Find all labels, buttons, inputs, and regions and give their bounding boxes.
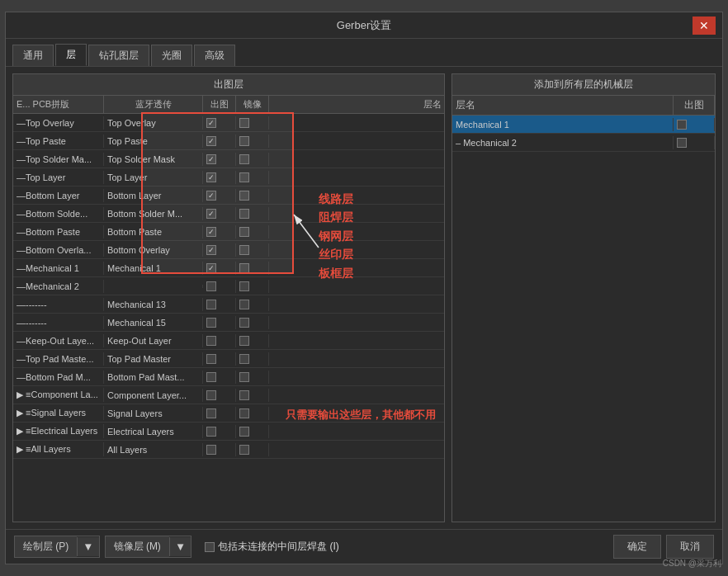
mirror-checkbox[interactable]: [239, 427, 249, 437]
cell-mirror[interactable]: [236, 298, 269, 311]
cell-mirror[interactable]: [236, 280, 269, 293]
output-checkbox[interactable]: [206, 408, 216, 418]
table-row[interactable]: —Top Pad Maste...Top Pad Master: [13, 350, 444, 368]
close-button[interactable]: ✕: [693, 17, 716, 35]
right-table-row[interactable]: Mechanical 1: [452, 116, 715, 134]
table-row[interactable]: ▶ ≡Electrical LayersElectrical Layers: [13, 423, 444, 441]
output-checkbox[interactable]: [206, 118, 216, 128]
tab-drill[interactable]: 钻孔图层: [88, 45, 149, 66]
output-checkbox[interactable]: [206, 154, 216, 164]
mirror-checkbox[interactable]: [239, 263, 249, 273]
mirror-checkbox[interactable]: [239, 336, 249, 346]
mirror-layer-dropdown[interactable]: ▼: [169, 537, 191, 556]
table-row[interactable]: —Top Solder Ma...Top Solder Mask: [13, 150, 444, 168]
cell-mirror[interactable]: [236, 334, 269, 347]
cell-mirror[interactable]: [236, 153, 269, 166]
intermediate-pads-checkbox[interactable]: [205, 542, 215, 552]
cell-mirror[interactable]: [236, 135, 269, 148]
mirror-checkbox[interactable]: [239, 390, 249, 400]
table-row[interactable]: ▶ ≡Signal LayersSignal Layers: [13, 404, 444, 423]
output-checkbox[interactable]: [206, 245, 216, 255]
mirror-checkbox[interactable]: [239, 408, 249, 418]
cell-mirror[interactable]: [236, 352, 269, 366]
cell-output[interactable]: [203, 135, 236, 148]
cell-output[interactable]: [203, 189, 236, 202]
mirror-checkbox[interactable]: [239, 445, 249, 455]
cell-mirror[interactable]: [236, 371, 269, 384]
cell-output[interactable]: [203, 425, 236, 438]
cell-output[interactable]: [203, 407, 236, 420]
table-row[interactable]: —Bottom LayerBottom Layer: [13, 186, 444, 205]
mirror-checkbox[interactable]: [239, 300, 249, 309]
draw-layer-dropdown[interactable]: ▼: [77, 537, 98, 556]
tab-advanced[interactable]: 高级: [194, 45, 235, 66]
mirror-checkbox[interactable]: [239, 154, 249, 164]
table-row[interactable]: —Bottom Solde...Bottom Solder M...: [13, 205, 444, 223]
output-checkbox[interactable]: [206, 281, 216, 291]
table-row[interactable]: —Bottom Overla...Bottom Overlay: [13, 241, 444, 259]
output-checkbox[interactable]: [206, 300, 216, 309]
table-row[interactable]: —Top OverlayTop Overlay: [13, 114, 444, 132]
cell-mirror[interactable]: [236, 316, 269, 329]
cell-output[interactable]: [203, 334, 236, 347]
cell-output[interactable]: [203, 316, 236, 329]
draw-layer-button[interactable]: 绘制层 (P): [15, 536, 77, 557]
mirror-layer-button[interactable]: 镜像层 (M): [106, 536, 169, 557]
table-row[interactable]: ▶ ≡Component La...Component Layer...: [13, 386, 444, 404]
mirror-checkbox[interactable]: [239, 227, 249, 237]
output-checkbox[interactable]: [206, 390, 216, 400]
mirror-checkbox[interactable]: [239, 245, 249, 255]
mirror-checkbox[interactable]: [239, 209, 249, 219]
cell-output[interactable]: [203, 352, 236, 366]
table-row[interactable]: —Keep-Out Laye...Keep-Out Layer: [13, 332, 444, 350]
cell-output[interactable]: [203, 371, 236, 384]
output-checkbox[interactable]: [206, 191, 216, 201]
cell-mirror[interactable]: [236, 243, 269, 257]
cell-output[interactable]: [203, 153, 236, 166]
cell-output[interactable]: [203, 298, 236, 311]
output-checkbox[interactable]: [206, 318, 216, 328]
table-row[interactable]: —Mechanical 1Mechanical 1: [13, 259, 444, 277]
tab-layers[interactable]: 层: [55, 44, 87, 66]
cell-mirror[interactable]: [236, 225, 269, 238]
cell-mirror[interactable]: [236, 443, 269, 456]
mirror-checkbox[interactable]: [239, 118, 249, 128]
output-checkbox[interactable]: [206, 227, 216, 237]
table-row[interactable]: —-------Mechanical 15: [13, 314, 444, 332]
mirror-checkbox[interactable]: [239, 172, 249, 182]
mirror-checkbox[interactable]: [239, 318, 249, 328]
table-row[interactable]: —Mechanical 2: [13, 277, 444, 295]
cell-mirror[interactable]: [236, 189, 269, 202]
cell-output[interactable]: [203, 443, 236, 456]
right-table-row[interactable]: – Mechanical 2: [452, 134, 715, 152]
cancel-button[interactable]: 取消: [666, 535, 714, 559]
output-checkbox[interactable]: [206, 336, 216, 346]
tab-general[interactable]: 通用: [12, 45, 54, 66]
tab-aperture[interactable]: 光圈: [151, 45, 192, 66]
table-row[interactable]: —Bottom Pad M...Bottom Pad Mast...: [13, 368, 444, 386]
mirror-checkbox[interactable]: [239, 136, 249, 146]
cell-mirror[interactable]: [236, 262, 269, 275]
cell-output[interactable]: [203, 280, 236, 293]
output-checkbox[interactable]: [206, 372, 216, 382]
mirror-checkbox[interactable]: [239, 354, 249, 364]
output-checkbox[interactable]: [206, 136, 216, 146]
cell-output[interactable]: [203, 225, 236, 238]
right-output-checkbox[interactable]: [677, 138, 687, 148]
output-checkbox[interactable]: [206, 172, 216, 182]
cell-output[interactable]: [203, 207, 236, 220]
cell-output[interactable]: [203, 171, 236, 184]
output-checkbox[interactable]: [206, 427, 216, 437]
cell-mirror[interactable]: [236, 116, 269, 130]
output-checkbox[interactable]: [206, 445, 216, 455]
cell-output[interactable]: [203, 262, 236, 275]
cell-mirror[interactable]: [236, 407, 269, 420]
mirror-checkbox[interactable]: [239, 281, 249, 291]
right-output-checkbox[interactable]: [677, 120, 687, 130]
mirror-checkbox[interactable]: [239, 191, 249, 201]
cell-mirror[interactable]: [236, 171, 269, 184]
table-row[interactable]: ▶ ≡All LayersAll Layers: [13, 441, 444, 459]
intermediate-pads-label[interactable]: 包括未连接的中间层焊盘 (I): [205, 540, 339, 554]
output-checkbox[interactable]: [206, 209, 216, 219]
mirror-checkbox[interactable]: [239, 372, 249, 382]
